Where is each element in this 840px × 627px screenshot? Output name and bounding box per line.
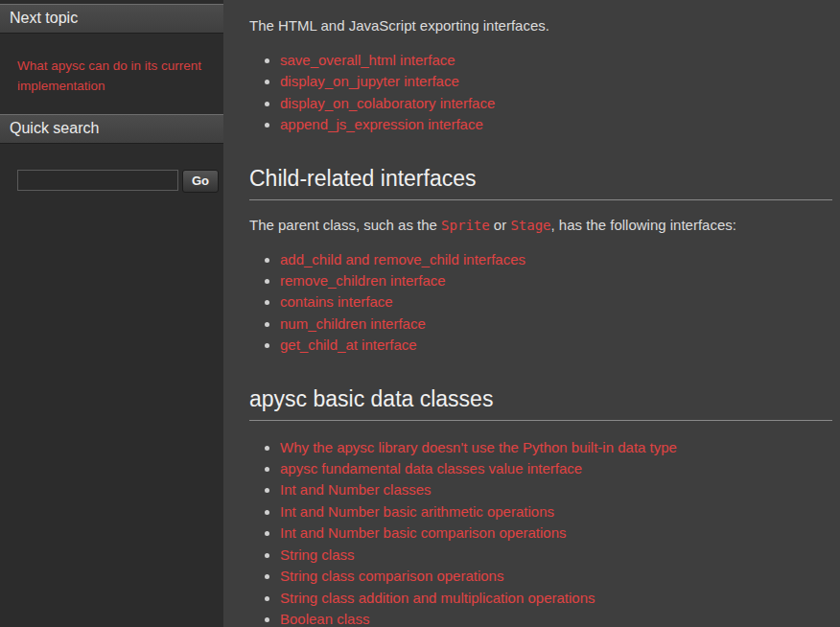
search-input[interactable] xyxy=(17,170,178,191)
doc-link[interactable]: append_js_expression interface xyxy=(280,116,483,132)
child-section-paragraph: The parent class, such as the Sprite or … xyxy=(249,217,832,233)
list-item: String class xyxy=(280,545,832,566)
inline-code-sprite: Sprite xyxy=(441,218,490,233)
doc-link[interactable]: Int and Number basic comparison operatio… xyxy=(280,524,567,541)
list-item: add_child and remove_child interfaces xyxy=(280,249,832,270)
doc-link[interactable]: save_overall_html interface xyxy=(280,52,455,68)
doc-link[interactable]: contains interface xyxy=(280,293,393,310)
list-item: Why the apysc library doesn't use the Py… xyxy=(280,437,832,458)
doc-link[interactable]: display_on_jupyter interface xyxy=(280,73,459,89)
list-item: String class comparison operations xyxy=(280,566,832,587)
basic-link-list: Why the apysc library doesn't use the Py… xyxy=(249,437,832,627)
section-divider xyxy=(249,420,832,421)
inline-code-stage: Stage xyxy=(510,218,550,233)
doc-link[interactable]: add_child and remove_child interfaces xyxy=(280,251,525,267)
next-topic-link[interactable]: What apysc can do in its current impleme… xyxy=(17,57,209,97)
doc-link[interactable]: remove_children interface xyxy=(280,272,446,289)
list-item: append_js_expression interface xyxy=(280,114,832,135)
search-form: Go xyxy=(17,170,223,193)
list-item: save_overall_html interface xyxy=(280,50,832,71)
quick-search-label: Quick search xyxy=(10,120,99,136)
export-link-list: save_overall_html interface display_on_j… xyxy=(249,50,832,136)
next-topic-header: Next topic xyxy=(0,4,223,34)
list-item: num_children interface xyxy=(280,314,832,335)
next-topic-link-wrap: What apysc can do in its current impleme… xyxy=(0,34,223,97)
doc-link[interactable]: Boolean class xyxy=(280,611,369,627)
child-link-list: add_child and remove_child interfaces re… xyxy=(249,249,832,357)
doc-link[interactable]: Int and Number basic arithmetic operatio… xyxy=(280,503,554,520)
list-item: display_on_jupyter interface xyxy=(280,71,832,92)
next-topic-label: Next topic xyxy=(10,10,78,26)
search-go-button[interactable]: Go xyxy=(182,170,219,193)
doc-link[interactable]: Why the apysc library doesn't use the Py… xyxy=(280,439,677,455)
sidebar: Next topic What apysc can do in its curr… xyxy=(0,0,223,627)
paragraph-text: , has the following interfaces: xyxy=(551,217,736,233)
list-item: Boolean class xyxy=(280,609,832,627)
paragraph-text: The parent class, such as the xyxy=(249,217,441,233)
list-item: get_child_at interface xyxy=(280,335,832,356)
doc-link[interactable]: Int and Number classes xyxy=(280,481,432,498)
list-item: remove_children interface xyxy=(280,270,832,291)
doc-link[interactable]: num_children interface xyxy=(280,315,426,332)
main-content: The HTML and JavaScript exporting interf… xyxy=(223,0,840,627)
list-item: String class addition and multiplication… xyxy=(280,588,832,609)
doc-link[interactable]: String class comparison operations xyxy=(280,568,503,584)
list-item: Int and Number basic arithmetic operatio… xyxy=(280,501,832,522)
list-item: apysc fundamental data classes value int… xyxy=(280,458,832,479)
doc-link[interactable]: String class xyxy=(280,546,355,563)
doc-link[interactable]: display_on_colaboratory interface xyxy=(280,95,495,111)
list-item: Int and Number basic comparison operatio… xyxy=(280,522,832,544)
intro-paragraph: The HTML and JavaScript exporting interf… xyxy=(249,17,832,34)
section-title-child-related: Child-related interfaces xyxy=(249,166,832,192)
doc-link[interactable]: String class addition and multiplication… xyxy=(280,590,595,606)
quick-search-header: Quick search xyxy=(0,114,223,144)
section-divider xyxy=(249,199,832,200)
section-title-basic-data-classes: apysc basic data classes xyxy=(249,386,832,412)
doc-link[interactable]: apysc fundamental data classes value int… xyxy=(280,460,582,476)
list-item: Int and Number classes xyxy=(280,479,832,500)
paragraph-text: or xyxy=(490,217,511,233)
list-item: display_on_colaboratory interface xyxy=(280,93,832,114)
doc-link[interactable]: get_child_at interface xyxy=(280,337,417,353)
list-item: contains interface xyxy=(280,291,832,313)
